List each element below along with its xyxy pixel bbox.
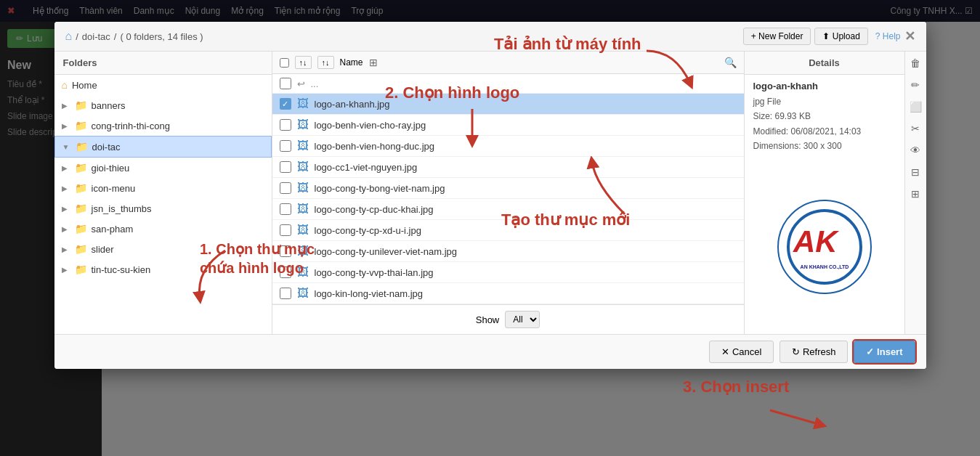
folder-item-icon-menu[interactable]: ▶ 📁 icon-menu xyxy=(54,178,272,198)
file-name-2: logo-benh-vien-hong-duc.jpg xyxy=(315,141,435,152)
file-row-1[interactable]: 🖼 logo-benh-vien-cho-ray.jpg xyxy=(272,115,744,136)
file-checkbox-1[interactable] xyxy=(280,119,291,131)
svg-text:AN KHANH CO.,LTD: AN KHANH CO.,LTD xyxy=(800,264,849,270)
modal: ⌂ / doi-tac / ( 0 folders, 14 files ) + … xyxy=(54,22,926,369)
details-size: Size: 69.93 KB xyxy=(753,109,896,123)
folder-item-home[interactable]: ⌂ Home xyxy=(54,75,272,95)
folder-item-slider[interactable]: ▶ 📁 slider xyxy=(54,239,272,259)
file-row-4[interactable]: 🖼 logo-cong-ty-bong-viet-nam.jpg xyxy=(272,178,744,199)
file-checkbox-6[interactable] xyxy=(280,224,291,236)
home-icon[interactable]: ⌂ xyxy=(65,30,73,43)
file-icon-1: 🖼 xyxy=(297,118,309,131)
file-row-7[interactable]: 🖼 logo-cong-ty-unilever-viet-nam.jpg xyxy=(272,241,744,262)
file-icon-4: 🖼 xyxy=(297,182,309,195)
file-row-5[interactable]: 🖼 logo-cong-ty-cp-duc-khai.jpg xyxy=(272,199,744,220)
close-button[interactable]: ✕ xyxy=(904,28,915,44)
file-row-8[interactable]: 🖼 logo-cong-ty-vvp-thai-lan.jpg xyxy=(272,262,744,283)
arrow-doi-tac: ▼ xyxy=(62,143,71,151)
file-icon-9: 🖼 xyxy=(297,287,309,300)
file-checkbox-4[interactable] xyxy=(280,182,291,194)
folder-item-banners[interactable]: ▶ 📁 banners xyxy=(54,95,272,115)
upload-button[interactable]: ⬆ Upload xyxy=(814,28,867,45)
back-label: ... xyxy=(311,78,319,89)
file-icon-7: 🖼 xyxy=(297,245,309,258)
copy-icon[interactable]: ⬜ xyxy=(907,99,924,115)
folder-icon-banners: 📁 xyxy=(75,99,87,111)
file-icon-5: 🖼 xyxy=(297,203,309,216)
folder-item-gioi-thieu[interactable]: ▶ 📁 gioi-thieu xyxy=(54,158,272,178)
insert-button[interactable]: ✓ Insert xyxy=(854,341,915,363)
refresh-button[interactable]: ↻ Refresh xyxy=(779,341,848,363)
file-name-0: logo-an-khanh.jpg xyxy=(315,99,390,110)
file-name-8: logo-cong-ty-vvp-thai-lan.jpg xyxy=(315,267,434,278)
back-checkbox[interactable] xyxy=(280,78,291,89)
sort-asc-button[interactable]: ↑↓ xyxy=(295,56,312,69)
search-button[interactable]: 🔍 xyxy=(724,57,737,68)
file-row-2[interactable]: 🖼 logo-benh-vien-hong-duc.jpg xyxy=(272,136,744,157)
file-panel-header: ↑↓ ↑↓ Name ⊞ 🔍 xyxy=(272,52,744,74)
select-all-checkbox[interactable] xyxy=(280,58,289,68)
arrow-slider: ▶ xyxy=(62,245,70,253)
file-checkbox-7[interactable] xyxy=(280,245,291,257)
folder-icon-cong-trinh: 📁 xyxy=(75,120,87,131)
file-checkbox-2[interactable] xyxy=(280,140,291,152)
folder-icon-doi-tac: 📁 xyxy=(76,141,88,152)
details-filename: logo-an-khanh xyxy=(753,81,896,91)
folder-name-tin-tuc: tin-tuc-su-kien xyxy=(92,264,151,275)
table-icon[interactable]: ⊟ xyxy=(909,164,922,180)
file-row-6[interactable]: 🖼 logo-cong-ty-cp-xd-u-i.jpg xyxy=(272,220,744,241)
arrow-cong-trinh: ▶ xyxy=(62,122,70,130)
file-icon-8: 🖼 xyxy=(297,266,309,279)
folder-panel: Folders ⌂ Home ▶ 📁 banners ▶ 📁 cong-trin… xyxy=(54,52,272,334)
file-row-logo-an-khanh[interactable]: ✓ 🖼 logo-an-khanh.jpg xyxy=(272,94,744,115)
preview-icon[interactable]: 👁 xyxy=(908,142,923,158)
folder-name-doi-tac: doi-tac xyxy=(92,142,121,152)
file-panel: ↑↓ ↑↓ Name ⊞ 🔍 ↩ ... ✓ 🖼 logo-an-khanh.j… xyxy=(272,52,745,334)
file-checkbox-5[interactable] xyxy=(280,203,291,215)
folder-name-jsn: jsn_is_thumbs xyxy=(92,203,152,214)
folder-item-tin-tuc[interactable]: ▶ 📁 tin-tuc-su-kien xyxy=(54,259,272,280)
file-checkbox-3[interactable] xyxy=(280,161,291,173)
arrow-gioi-thieu: ▶ xyxy=(62,164,70,172)
folder-item-doi-tac[interactable]: ▼ 📁 doi-tac xyxy=(54,136,272,158)
file-name-6: logo-cong-ty-cp-xd-u-i.jpg xyxy=(315,225,421,236)
checked-checkbox[interactable]: ✓ xyxy=(280,98,291,110)
cut-icon[interactable]: ✂ xyxy=(909,121,922,137)
folder-name-gioi-thieu: gioi-thieu xyxy=(92,163,130,174)
folder-name-banners: banners xyxy=(92,100,126,111)
new-folder-button[interactable]: + New Folder xyxy=(743,28,811,45)
folder-item-jsn[interactable]: ▶ 📁 jsn_is_thumbs xyxy=(54,198,272,219)
show-select[interactable]: All xyxy=(505,311,540,328)
file-icon-6: 🖼 xyxy=(297,224,309,237)
folder-item-cong-trinh[interactable]: ▶ 📁 cong-trinh-thi-cong xyxy=(54,115,272,136)
help-link[interactable]: ? Help xyxy=(875,31,901,41)
details-body: logo-an-khanh jpg File Size: 69.93 KB Mo… xyxy=(745,75,904,160)
folder-name-san-pham: san-pham xyxy=(92,224,134,235)
file-row-back[interactable]: ↩ ... xyxy=(272,74,744,94)
cancel-button[interactable]: ✕ Cancel xyxy=(709,341,774,363)
file-icon-2: 🖼 xyxy=(297,139,309,152)
file-icon-3: 🖼 xyxy=(297,160,309,174)
grid-icon[interactable]: ⊞ xyxy=(909,186,922,202)
file-name-1: logo-benh-vien-cho-ray.jpg xyxy=(315,120,426,131)
folder-item-san-pham[interactable]: ▶ 📁 san-pham xyxy=(54,219,272,239)
file-name-5: logo-cong-ty-cp-duc-khai.jpg xyxy=(315,204,434,215)
annotation-chon-insert: 3. Chọn insert xyxy=(683,378,789,396)
breadcrumb-info: ( 0 folders, 14 files ) xyxy=(120,31,203,42)
delete-icon[interactable]: 🗑 xyxy=(908,55,923,71)
sort-desc-button[interactable]: ↑↓ xyxy=(317,56,334,69)
file-row-3[interactable]: 🖼 logo-cc1-viet-nguyen.jpg xyxy=(272,157,744,178)
folder-panel-header: Folders xyxy=(54,52,272,75)
file-checkbox-8[interactable] xyxy=(280,266,291,278)
breadcrumb-sep1: / xyxy=(76,31,78,42)
grid-view-button[interactable]: ⊞ xyxy=(369,57,378,68)
file-row-9[interactable]: 🖼 logo-kin-long-viet-nam.jpg xyxy=(272,283,744,304)
arrow-chon-insert xyxy=(763,403,835,439)
file-checkbox-9[interactable] xyxy=(280,288,291,299)
arrow-tin-tuc: ▶ xyxy=(62,266,70,274)
edit-icon[interactable]: ✏ xyxy=(909,77,922,93)
breadcrumb-folder[interactable]: doi-tac xyxy=(82,31,110,42)
icon-sidebar: 🗑 ✏ ⬜ ✂ 👁 ⊟ ⊞ xyxy=(904,52,926,334)
folder-icon-slider: 📁 xyxy=(75,243,87,255)
file-name-9: logo-kin-long-viet-nam.jpg xyxy=(315,288,424,299)
